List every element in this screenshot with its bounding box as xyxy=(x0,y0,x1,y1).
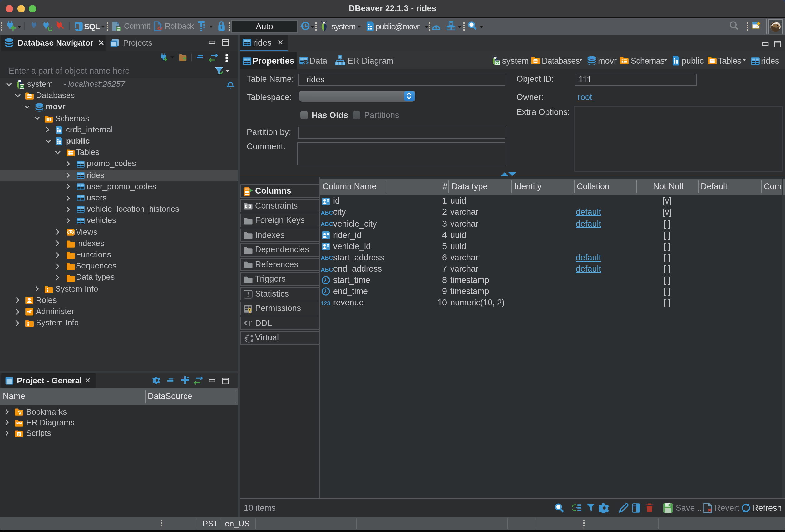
svg-text:T: T xyxy=(247,319,252,328)
svg-text:i: i xyxy=(247,291,249,298)
